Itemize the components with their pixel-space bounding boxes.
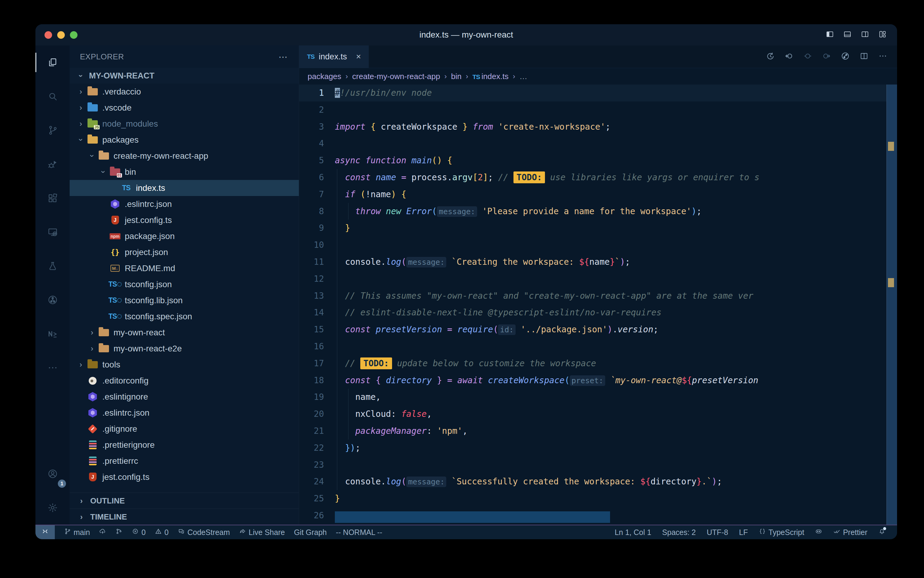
code-line-12[interactable]: 12 (299, 271, 897, 287)
status-item-cursor-position[interactable]: Ln 1, Col 1 (615, 525, 651, 539)
activitybar-item-source-control[interactable] (36, 113, 70, 147)
status-item-copilot[interactable] (815, 525, 822, 539)
code-line-5[interactable]: 5async function main() { (299, 152, 897, 169)
close-icon[interactable]: × (356, 52, 361, 62)
status-item-encoding[interactable]: UTF-8 (707, 525, 728, 539)
code-line-9[interactable]: 9 } (299, 220, 897, 237)
timeline-history-button[interactable] (765, 52, 775, 62)
section-outline[interactable]: ›OUTLINE (70, 493, 299, 509)
activitybar-item-gitlens[interactable] (36, 283, 70, 317)
code-line-15[interactable]: 15 const presetVersion = require(id: '..… (299, 321, 897, 338)
code-line-6[interactable]: 6 const name = process.argv[2]; // TODO:… (299, 169, 897, 186)
code-line-18[interactable]: 18 const { directory } = await createWor… (299, 372, 897, 389)
status-item-vim-mode[interactable]: -- NORMAL -- (336, 525, 382, 539)
tree-item-.editorconfig[interactable]: ›.editorconfig (70, 373, 299, 389)
status-item-git-branch[interactable]: main (64, 525, 90, 539)
tab-index-ts[interactable]: TS index.ts × (299, 45, 369, 68)
activitybar-item-additional-views[interactable] (36, 351, 70, 385)
breadcrumb-item[interactable]: create-my-own-react-app (352, 72, 440, 81)
code-line-21[interactable]: 21 packageManager: 'npm', (299, 422, 897, 440)
code-line-14[interactable]: 14 // eslint-disable-next-line @typescri… (299, 304, 897, 321)
split-editor-button[interactable] (859, 52, 869, 62)
code-line-1[interactable]: 1#!/usr/bin/env node (299, 84, 897, 101)
activitybar-item-settings[interactable] (36, 491, 70, 525)
code-line-19[interactable]: 19 name, (299, 389, 897, 406)
code-line-25[interactable]: 25} (299, 490, 897, 507)
status-item-remote-indicator[interactable] (36, 525, 55, 539)
zoom-window-button[interactable] (70, 31, 78, 39)
code-line-17[interactable]: 17 // TODO: update below to customize th… (299, 355, 897, 372)
tree-item-.prettierignore[interactable]: ›.prettierignore (70, 437, 299, 453)
sidebar-more-icon[interactable]: ⋯ (278, 52, 288, 62)
prev-change-button[interactable] (803, 52, 812, 62)
code-line-22[interactable]: 22 }); (299, 440, 897, 456)
nav-back-button[interactable] (785, 52, 793, 62)
tree-item-jest.config.ts[interactable]: ›Jjest.config.ts (70, 212, 299, 228)
tree-item-.gitignore[interactable]: ›.gitignore (70, 421, 299, 437)
code-line-7[interactable]: 7 if (!name) { (299, 186, 897, 203)
tree-item-create-my-own-react-app[interactable]: ›create-my-own-react-app (70, 148, 299, 164)
tree-item-packages[interactable]: ›packages (70, 132, 299, 148)
toggle-sidebar-icon[interactable] (825, 30, 834, 40)
tree-item-.eslintrc.json[interactable]: ›.eslintrc.json (70, 196, 299, 212)
activitybar-item-remote-explorer[interactable] (36, 215, 70, 249)
code-line-13[interactable]: 13 // This assumes "my-own-react" and "c… (299, 287, 897, 304)
status-item-notifications[interactable] (878, 525, 885, 539)
breadcrumb-item[interactable]: packages (307, 72, 341, 81)
code-line-2[interactable]: 2 (299, 101, 897, 119)
status-item-language-mode[interactable]: TypeScript (759, 525, 804, 539)
section-timeline[interactable]: ›TIMELINE (70, 509, 299, 525)
more-actions-button[interactable] (878, 52, 887, 62)
tree-item-tsconfig.spec.json[interactable]: ›TStsconfig.spec.json (70, 308, 299, 325)
tree-item-bin[interactable]: ›01bin (70, 164, 299, 180)
status-item-prettier[interactable]: Prettier (833, 525, 867, 539)
close-window-button[interactable] (45, 31, 52, 39)
tree-item-README.md[interactable]: ›M↓README.md (70, 260, 299, 276)
tree-item-my-own-react[interactable]: ›my-own-react (70, 325, 299, 341)
activitybar-item-testing[interactable] (36, 249, 70, 283)
horizontal-scrollbar[interactable] (335, 511, 610, 523)
status-item-warnings[interactable]: 0 (155, 525, 168, 539)
tree-item-tools[interactable]: ›tools (70, 357, 299, 373)
breadcrumb-item[interactable]: TS index.ts (472, 72, 508, 81)
tree-item-.eslintignore[interactable]: ›.eslintignore (70, 389, 299, 405)
tree-item-node_modules[interactable]: ›JSnode_modules (70, 116, 299, 132)
tree-item-.eslintrc.json[interactable]: ›.eslintrc.json (70, 405, 299, 421)
status-item-publish-changes[interactable] (99, 525, 106, 539)
tree-item-index.ts[interactable]: ›TSindex.ts (70, 180, 299, 196)
next-change-button[interactable] (822, 52, 831, 62)
activitybar-item-extensions[interactable] (36, 181, 70, 215)
tree-item-.vscode[interactable]: ›.vscode (70, 100, 299, 116)
status-item-live-share[interactable]: Live Share (239, 525, 285, 539)
tree-item-.verdaccio[interactable]: ›.verdaccio (70, 84, 299, 100)
code-line-23[interactable]: 23 (299, 456, 897, 474)
tree-item-.prettierrc[interactable]: ›.prettierrc (70, 453, 299, 469)
activitybar-item-accounts[interactable]: 1 (36, 457, 70, 491)
code-line-24[interactable]: 24 console.log(message: `Successfully cr… (299, 473, 897, 490)
code-editor[interactable]: 1#!/usr/bin/env node23import { createWor… (299, 84, 897, 525)
code-line-11[interactable]: 11 console.log(message: `Creating the wo… (299, 253, 897, 271)
status-item-codestream[interactable]: CodeStream (178, 525, 230, 539)
status-item-commit-graph[interactable] (115, 525, 123, 539)
tree-item-my-own-react-e2e[interactable]: ›my-own-react-e2e (70, 341, 299, 357)
minimize-window-button[interactable] (57, 31, 65, 39)
toggle-panel-icon[interactable] (843, 30, 852, 40)
code-line-8[interactable]: 8 throw new Error(message: 'Please provi… (299, 203, 897, 220)
activitybar-item-run-debug[interactable] (36, 147, 70, 181)
activitybar-item-explorer[interactable] (36, 45, 70, 80)
breadcrumb-item[interactable]: bin (451, 72, 462, 81)
gitlens-graph-button[interactable] (841, 52, 850, 62)
code-line-16[interactable]: 16 (299, 338, 897, 355)
code-line-4[interactable]: 4 (299, 135, 897, 152)
toggle-secondary-sidebar-icon[interactable] (861, 30, 869, 40)
tree-item-tsconfig.lib.json[interactable]: ›TStsconfig.lib.json (70, 292, 299, 308)
status-item-eol[interactable]: LF (739, 525, 748, 539)
status-item-errors[interactable]: 0 (132, 525, 146, 539)
activitybar-item-nx-console[interactable] (36, 317, 70, 351)
tree-item-package.json[interactable]: ›npmpackage.json (70, 228, 299, 244)
activitybar-item-search[interactable] (36, 80, 70, 113)
tree-item-tsconfig.json[interactable]: ›TStsconfig.json (70, 276, 299, 292)
breadcrumb-item[interactable]: … (519, 72, 528, 81)
code-line-20[interactable]: 20 nxCloud: false, (299, 406, 897, 422)
vertical-scrollbar[interactable] (887, 84, 897, 525)
